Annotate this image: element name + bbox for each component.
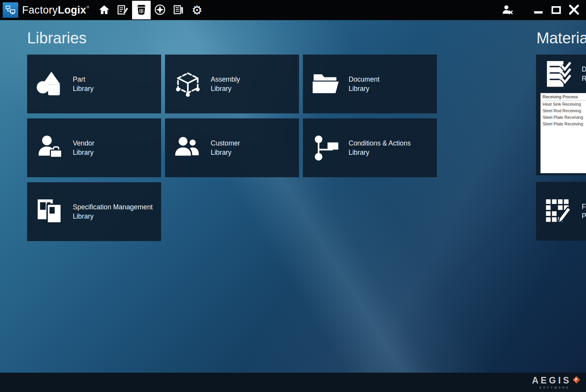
- conditions-actions-flowchart-icon: [303, 134, 349, 162]
- footer-bar: AEGIS SOFTWARE: [0, 373, 586, 392]
- document-folder-icon: [303, 68, 349, 99]
- tile-label-line1: Document: [349, 75, 380, 84]
- titlebar-nav: ⚙: [95, 0, 206, 20]
- libraries-icon: [136, 4, 147, 17]
- tile-label-line2: Library: [349, 84, 380, 93]
- tile-label-line2: Library: [73, 212, 153, 221]
- part-shapes-icon: [27, 69, 73, 99]
- factorylogix-logo-icon: [3, 2, 18, 18]
- list-item[interactable]: Steel Plate Receiving: [541, 114, 586, 120]
- tile-label-line1: Part: [73, 75, 94, 84]
- settings-gear-icon: ⚙: [192, 4, 203, 16]
- materials-receiving-tile[interactable]: D R Receiving Process Heat Sink Receivin…: [536, 55, 586, 175]
- tile-label-line1: Assembly: [211, 75, 240, 84]
- tile-label-line2: Library: [73, 84, 94, 93]
- tile-label-line2: Library: [73, 148, 94, 157]
- titlebar: FactoryLogix®: [0, 0, 586, 20]
- window-controls: [498, 0, 583, 20]
- tile-vendor-library[interactable]: Vendor Library: [27, 118, 161, 177]
- maximize-button[interactable]: [547, 0, 565, 20]
- tile-label-line1: F: [582, 202, 586, 211]
- assembly-cube-icon: [165, 70, 211, 98]
- list-item[interactable]: Steel Rod Receiving: [541, 107, 586, 114]
- list-item[interactable]: Heat Sink Receiving: [541, 101, 586, 107]
- grid-pencil-icon: [536, 197, 582, 226]
- aegis-arrow-icon: [572, 376, 581, 385]
- libraries-button[interactable]: [132, 1, 151, 19]
- tile-customer-library[interactable]: Customer Library: [165, 118, 299, 177]
- tile-document-library[interactable]: Document Library: [303, 55, 437, 113]
- aegis-tagline: SOFTWARE: [540, 386, 570, 389]
- list-item[interactable]: Steel Plate Receiving: [541, 120, 586, 127]
- tile-assembly-library[interactable]: Assembly Library: [165, 55, 299, 113]
- tile-label-line1: Conditions & Actions: [349, 139, 411, 148]
- receiving-list-header: Receiving Process: [541, 93, 586, 101]
- compose-button[interactable]: [113, 1, 132, 19]
- libraries-heading: Libraries: [27, 29, 86, 47]
- tile-label-line2: R: [582, 74, 586, 83]
- tile-label-line1: Specification Management: [73, 202, 153, 212]
- materials-heading: Materials: [536, 29, 586, 47]
- reports-button[interactable]: [169, 1, 188, 19]
- aegis-logo: AEGIS SOFTWARE: [532, 376, 581, 389]
- tile-label-line2: Library: [211, 148, 240, 157]
- tile-part-library[interactable]: Part Library: [27, 55, 161, 113]
- customer-people-icon: [165, 134, 211, 162]
- registered-mark: ®: [87, 5, 89, 9]
- home-button[interactable]: [95, 1, 113, 19]
- tile-label-line1: D: [582, 65, 586, 74]
- libraries-grid: Part Library Assembly: [27, 55, 437, 241]
- compass-button[interactable]: [151, 1, 169, 19]
- main-area: Libraries Materials Part Library: [0, 20, 586, 373]
- close-button[interactable]: [565, 0, 583, 20]
- specification-management-icon: [27, 197, 73, 227]
- tile-conditions-actions-library[interactable]: Conditions & Actions Library: [303, 118, 437, 177]
- tile-label-line2: P: [582, 211, 586, 221]
- minimize-button[interactable]: [529, 0, 547, 20]
- logout-user-icon: [502, 4, 513, 16]
- receiving-checklist-icon: [536, 59, 582, 89]
- tile-specification-management-library[interactable]: Specification Management Library: [27, 182, 161, 241]
- reports-icon: [173, 4, 184, 17]
- tile-label-line2: Library: [349, 148, 411, 157]
- maximize-icon: [552, 6, 561, 14]
- vendor-person-icon: [27, 134, 73, 162]
- brand-part1: Factory: [22, 4, 58, 16]
- tile-label-line1: Customer: [211, 139, 240, 148]
- close-icon: [568, 4, 580, 17]
- aegis-brand-text: AEGIS: [532, 376, 571, 385]
- minimize-icon: [534, 11, 543, 14]
- logout-user-button[interactable]: [498, 0, 516, 20]
- tile-label-line2: Library: [211, 84, 240, 93]
- receiving-process-list[interactable]: Receiving Process Heat Sink Receiving St…: [540, 93, 586, 173]
- settings-button[interactable]: ⚙: [188, 1, 206, 19]
- materials-planner-tile[interactable]: F P: [536, 182, 586, 241]
- compose-document-icon: [117, 4, 129, 17]
- tile-label-line1: Vendor: [73, 139, 94, 148]
- compass-icon: [154, 4, 166, 17]
- home-icon: [98, 4, 110, 17]
- app-title: FactoryLogix®: [22, 4, 89, 16]
- brand-part2: Logix: [58, 4, 86, 16]
